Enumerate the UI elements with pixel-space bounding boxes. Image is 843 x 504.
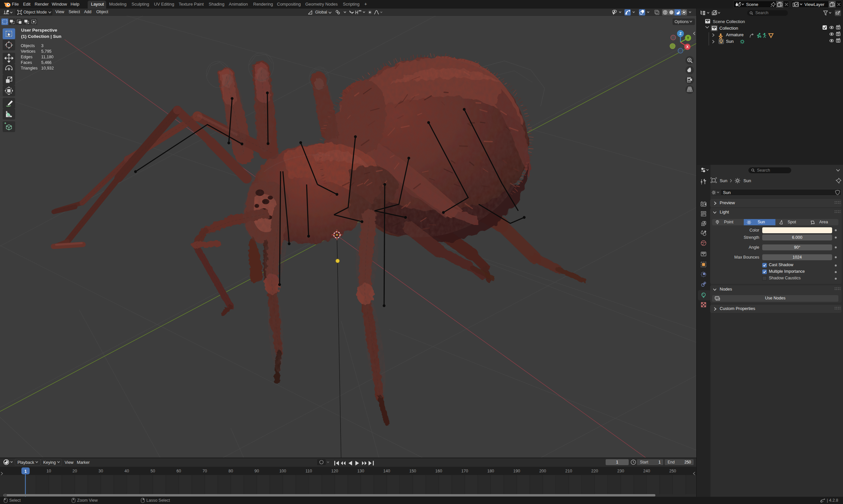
svg-text:250: 250 xyxy=(669,469,676,473)
svg-text:Playback: Playback xyxy=(17,460,34,465)
svg-text:Sun: Sun xyxy=(726,39,734,44)
svg-text:40: 40 xyxy=(125,469,129,473)
svg-text:Armature: Armature xyxy=(726,32,743,37)
svg-text:10,932: 10,932 xyxy=(41,66,54,71)
svg-text:100: 100 xyxy=(279,469,286,473)
svg-text:1: 1 xyxy=(24,469,27,474)
svg-text:1: 1 xyxy=(616,460,619,465)
svg-text:View: View xyxy=(65,460,74,465)
svg-text:230: 230 xyxy=(617,469,624,473)
svg-text:Y: Y xyxy=(687,36,689,40)
svg-text:220: 220 xyxy=(591,469,598,473)
svg-text:140: 140 xyxy=(383,469,390,473)
svg-text:(1) Collection | Sun: (1) Collection | Sun xyxy=(21,34,61,39)
svg-text:90: 90 xyxy=(255,469,259,473)
svg-text:20: 20 xyxy=(72,469,77,473)
svg-text:80: 80 xyxy=(228,469,233,473)
svg-text:210: 210 xyxy=(565,469,572,473)
svg-text:Keying: Keying xyxy=(43,460,56,465)
svg-text:Collection: Collection xyxy=(719,26,738,31)
svg-text:Triangles: Triangles xyxy=(21,66,38,71)
svg-text:50: 50 xyxy=(150,469,155,473)
svg-text:User Perspective: User Perspective xyxy=(21,28,57,33)
svg-text:250: 250 xyxy=(684,460,691,465)
svg-text:10: 10 xyxy=(47,469,51,473)
svg-text:110: 110 xyxy=(306,469,312,473)
svg-text:160: 160 xyxy=(435,469,442,473)
svg-text:200: 200 xyxy=(539,469,546,473)
svg-text:Edges: Edges xyxy=(21,55,32,59)
svg-text:120: 120 xyxy=(331,469,338,473)
svg-text:170: 170 xyxy=(461,469,468,473)
svg-text:Scene Collection: Scene Collection xyxy=(713,19,745,24)
svg-text:Objects: Objects xyxy=(21,43,35,48)
svg-text:Vertices: Vertices xyxy=(21,49,35,54)
svg-text:1: 1 xyxy=(658,460,661,465)
svg-text:190: 190 xyxy=(513,469,520,473)
svg-text:5,466: 5,466 xyxy=(41,60,51,65)
svg-text:Marker: Marker xyxy=(77,460,90,465)
svg-text:End: End xyxy=(668,460,674,465)
svg-text:30: 30 xyxy=(99,469,103,473)
svg-text:Z: Z xyxy=(679,32,682,36)
svg-text:60: 60 xyxy=(176,469,181,473)
svg-text:Start: Start xyxy=(640,460,649,465)
svg-text:3: 3 xyxy=(41,43,44,48)
svg-text:11,180: 11,180 xyxy=(41,55,53,59)
svg-text:180: 180 xyxy=(487,469,494,473)
svg-text:Faces: Faces xyxy=(21,60,32,65)
svg-text:150: 150 xyxy=(409,469,416,473)
svg-text:70: 70 xyxy=(203,469,207,473)
svg-text:X: X xyxy=(686,45,688,49)
svg-text:Options: Options xyxy=(674,19,689,24)
svg-text:Sun: Sun xyxy=(720,178,727,183)
svg-text:240: 240 xyxy=(643,469,650,473)
svg-text:Sun: Sun xyxy=(743,178,751,183)
svg-text:5,795: 5,795 xyxy=(41,49,51,54)
svg-text:130: 130 xyxy=(357,469,364,473)
